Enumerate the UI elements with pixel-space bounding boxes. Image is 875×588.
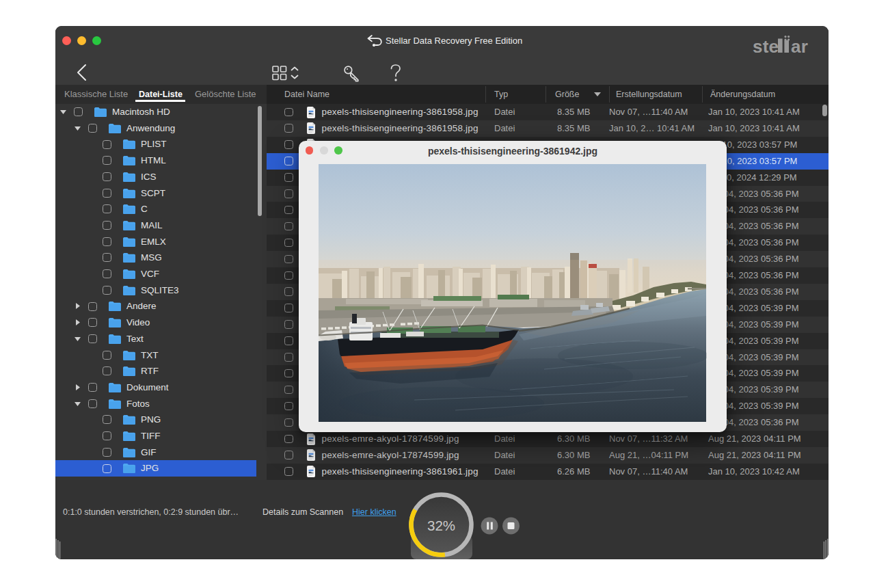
svg-text:ar: ar xyxy=(791,36,808,57)
svg-text:32%: 32% xyxy=(427,518,455,533)
svg-text:ste: ste xyxy=(753,36,779,57)
